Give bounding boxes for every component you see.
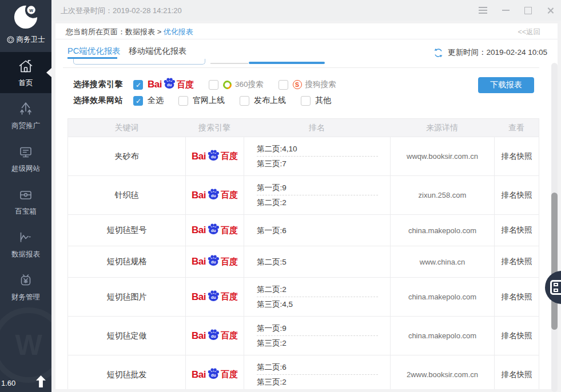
maximize-icon[interactable] (524, 7, 532, 14)
other-checkbox[interactable] (301, 96, 311, 106)
rank-cell: 第二页:2第三页:4,5 (244, 278, 390, 316)
engine-cell: Bai du 百度 (185, 215, 244, 246)
engine-option-sogou: S 搜狗搜索 (278, 79, 336, 90)
content-area: 您当前所在页面：数据报表 > 优化报表 <<返回 PC端优化报表 移动端优化报表… (51, 21, 561, 392)
select-all-checkbox[interactable] (133, 96, 143, 106)
sidebar-item-label: 超级网站 (11, 164, 40, 174)
baidu-paw-icon: du (206, 366, 220, 380)
breadcrumb-parent[interactable]: 数据报表 (125, 27, 155, 36)
header-keyword: 关键词 (68, 123, 185, 133)
view-snapshot-link[interactable]: 排名快照 (494, 246, 539, 277)
site-filter-row: 选择效果网站 全选 官网上线 发布上线 其他 (73, 95, 346, 106)
360-label: 360搜索 (235, 79, 264, 90)
scrollbar-thumb[interactable] (551, 193, 558, 330)
version-label: 1.60 (1, 379, 15, 387)
source-cell: zixun.258.com (390, 176, 494, 214)
chart-report-icon (17, 229, 34, 246)
keyword-cell: 短切毡规格 (68, 246, 185, 277)
baidu-logo-icon: Bai du 百度 (192, 255, 238, 269)
view-snapshot-link[interactable]: 排名快照 (494, 355, 539, 389)
hamburger-menu-icon[interactable] (479, 7, 487, 14)
download-report-button[interactable]: 下载报表 (478, 77, 534, 93)
engine-option-baidu: Bai du 百度 (133, 78, 194, 91)
table-row: 短切毡图片 Bai du 百度 第二页:2第三页:4,5 china.makep… (68, 277, 539, 316)
baidu-logo-icon: Bai du 百度 (192, 189, 238, 202)
sidebar-item-home[interactable]: 首页 (0, 52, 51, 93)
rank-cell: 第一页:9第三页:2 (244, 317, 390, 355)
sidebar-item-superwebsite[interactable]: 超级网站 (0, 138, 51, 179)
svg-text:du: du (211, 373, 216, 377)
table-row: 短切毡批发 Bai du 百度 第二页:6第三页:2 2www.booksir.… (68, 355, 539, 389)
svg-text:du: du (211, 193, 216, 197)
close-icon[interactable] (547, 7, 554, 14)
brand-row: 商务卫士 (0, 34, 51, 45)
baidu-paw-icon: du (206, 253, 220, 267)
source-cell: 2www.booksir.com.cn (390, 355, 494, 389)
view-snapshot-link[interactable]: 排名快照 (494, 317, 539, 355)
keyword-cell: 针织毡 (68, 176, 185, 214)
toolbox-icon (17, 186, 34, 203)
publish-site-checkbox[interactable] (240, 96, 249, 106)
sidebar-item-finance[interactable]: 财务管理 (0, 266, 51, 307)
tab-mobile-report[interactable]: 移动端优化报表 (129, 46, 187, 57)
baidu-paw-icon: du (206, 148, 220, 162)
source-cell: china.makepolo.com (390, 215, 494, 246)
table-body: 夹砂布 Bai du 百度 第二页:4,10第三页:7 wwqw.booksir… (68, 137, 539, 389)
back-link[interactable]: <<返回 (518, 27, 540, 37)
view-snapshot-link[interactable]: 排名快照 (494, 176, 539, 214)
home-icon (17, 58, 34, 75)
minimize-icon[interactable] (502, 10, 510, 11)
qr-code-icon (550, 280, 561, 295)
keyword-cell: 夹砂布 (68, 137, 185, 175)
engine-cell: Bai du 百度 (185, 176, 244, 214)
sidebar-item-label: 数据报表 (11, 250, 40, 259)
view-snapshot-link[interactable]: 排名快照 (494, 137, 539, 175)
clipped-search-input[interactable] (73, 59, 205, 65)
rank-cell: 第二页:6第三页:2 (244, 355, 390, 389)
view-snapshot-link[interactable]: 排名快照 (494, 215, 539, 246)
rank-cell: 第二页:5 (244, 246, 390, 277)
360-checkbox[interactable] (209, 80, 218, 90)
baidu-logo-icon: Bai du 百度 (192, 329, 238, 343)
site-option-other: 其他 (301, 95, 331, 106)
sidebar-item-label: 财务管理 (11, 293, 40, 302)
svg-text:du: du (211, 154, 216, 158)
site-option-official: 官网上线 (178, 95, 225, 106)
sogou-checkbox[interactable] (278, 80, 288, 90)
source-cell: china.makepolo.com (390, 278, 494, 316)
rank-cell: 第二页:4,10第三页:7 (244, 137, 390, 175)
sidebar-menu: 首页 商贸推广 超级网站 百宝箱 (0, 52, 51, 307)
sidebar-item-promotion[interactable]: 商贸推广 (0, 95, 51, 136)
breadcrumb-prefix: 您当前所在页面： (66, 27, 125, 36)
brand-name: 商务卫士 (17, 35, 45, 45)
table-row: 夹砂布 Bai du 百度 第二页:4,10第三页:7 wwqw.booksir… (68, 137, 539, 175)
view-snapshot-link[interactable]: 排名快照 (494, 278, 539, 316)
breadcrumb: 您当前所在页面：数据报表 > 优化报表 <<返回 (55, 23, 558, 39)
table-row: 短切毡型号 Bai du 百度 第一页:6 china.makepolo.com… (68, 214, 539, 246)
official-site-checkbox[interactable] (178, 96, 188, 106)
update-time-row: 更新时间：2019-02-24 10:05 (433, 47, 547, 58)
engine-cell: Bai du 百度 (185, 355, 244, 389)
clipped-blue-button-fragment[interactable] (249, 62, 325, 64)
svg-text:w: w (29, 7, 33, 13)
engine-cell: Bai du 百度 (185, 137, 244, 175)
engine-cell: Bai du 百度 (185, 278, 244, 316)
baidu-checkbox[interactable] (133, 80, 143, 90)
sidebar-item-label: 首页 (19, 78, 33, 88)
svg-text:du: du (211, 229, 216, 233)
breadcrumb-current: 优化报表 (164, 27, 193, 36)
header-rank: 排名 (244, 123, 390, 133)
refresh-icon[interactable] (433, 48, 443, 58)
app-logo-icon: w (13, 4, 39, 30)
sidebar-item-toolbox[interactable]: 百宝箱 (0, 181, 51, 222)
sidebar-item-label: 百宝箱 (15, 207, 37, 217)
baidu-paw-icon: du (162, 76, 176, 90)
brand-shield-icon (7, 36, 14, 43)
tab-pc-report[interactable]: PC端优化报表 (67, 46, 121, 57)
baidu-logo-icon: Bai du 百度 (192, 150, 238, 163)
baidu-logo-icon: Bai du 百度 (148, 78, 194, 91)
sidebar-item-datareport[interactable]: 数据报表 (0, 223, 51, 265)
keyword-cell: 短切毡型号 (68, 215, 185, 246)
keyword-cell: 短切毡批发 (68, 355, 185, 389)
sidebar-item-label: 商贸推广 (11, 121, 40, 131)
